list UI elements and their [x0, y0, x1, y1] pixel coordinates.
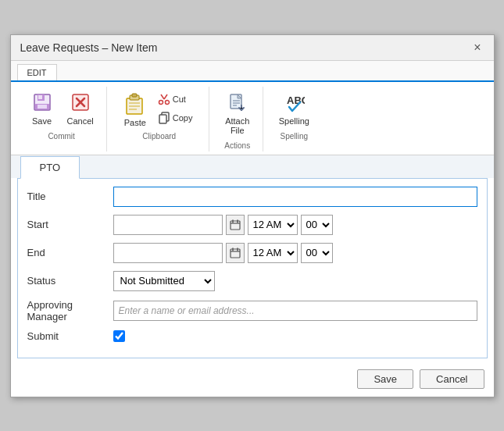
spelling-group-label: Spelling [281, 132, 309, 141]
calendar-icon [230, 248, 241, 258]
calendar-icon [230, 219, 241, 230]
start-hour-select[interactable]: 12 AM1 AM2 AM 3 AM4 AM5 AM 6 AM7 AM8 AM … [248, 215, 298, 235]
end-row: End 12 AM1 AM2 AM 3 AM12 PM [27, 243, 477, 263]
start-minute-select[interactable]: 00153045 [301, 215, 333, 235]
footer-cancel-button[interactable]: Cancel [420, 369, 484, 389]
ribbon-group-actions: Attach File Actions [213, 87, 263, 151]
start-label: Start [27, 219, 113, 230]
title-label: Title [27, 191, 113, 202]
attach-file-icon [225, 90, 250, 115]
ribbon-group-clipboard: Paste [110, 87, 209, 151]
cut-copy-stack: Cut Copy [154, 91, 201, 126]
svg-rect-13 [129, 109, 137, 110]
close-button[interactable]: × [470, 41, 484, 54]
start-date-input[interactable] [113, 215, 223, 235]
ribbon-tab-edit[interactable]: EDIT [17, 64, 57, 80]
cut-button[interactable]: Cut [154, 91, 201, 108]
paste-icon [123, 90, 148, 118]
status-row: Status Not Submitted Submitted Approved … [27, 271, 477, 291]
commit-buttons: Save Cancel [25, 87, 98, 129]
ribbon: EDIT [11, 61, 494, 155]
dialog-footer: Save Cancel [11, 365, 494, 397]
spelling-button[interactable]: ABC Spelling [274, 87, 314, 129]
end-minute-select[interactable]: 00153045 [301, 243, 333, 263]
status-label: Status [27, 275, 113, 287]
attach-file-button[interactable]: Attach File [220, 87, 255, 138]
end-label: End [27, 247, 113, 258]
copy-label: Copy [173, 113, 193, 123]
start-row: Start 12 AM1 AM2 AM 3 AM4 AM5 AM [27, 215, 477, 235]
ribbon-cancel-button[interactable]: Cancel [63, 87, 98, 129]
save-icon [30, 90, 55, 115]
attach-file-label: Attach File [225, 116, 249, 135]
ribbon-content: Save Cancel Commit [11, 80, 494, 155]
svg-line-17 [164, 94, 167, 99]
commit-group-label: Commit [48, 132, 74, 141]
ribbon-group-commit: Save Cancel Commit [17, 87, 107, 151]
svg-point-15 [165, 100, 169, 104]
svg-rect-19 [159, 115, 166, 123]
approving-manager-row: Approving Manager [27, 299, 477, 322]
spelling-icon: ABC [281, 90, 306, 115]
title-row: Title [27, 187, 477, 207]
svg-rect-4 [38, 105, 47, 109]
end-hour-select[interactable]: 12 AM1 AM2 AM 3 AM12 PM [248, 243, 298, 263]
actions-buttons: Attach File [220, 87, 255, 138]
form-area: PTO Title Start [11, 155, 494, 365]
form-tab-pto[interactable]: PTO [20, 156, 80, 179]
start-date-row: 12 AM1 AM2 AM 3 AM4 AM5 AM 6 AM7 AM8 AM … [113, 215, 333, 235]
end-date-input[interactable] [113, 243, 223, 263]
dialog-title: Leave Requests – New Item [20, 41, 158, 54]
svg-text:ABC: ABC [287, 94, 305, 106]
spelling-label: Spelling [279, 116, 309, 126]
svg-rect-2 [38, 95, 42, 99]
approving-manager-input[interactable] [113, 301, 477, 321]
actions-group-label: Actions [224, 141, 250, 150]
clipboard-group-label: Clipboard [142, 132, 176, 141]
form-inner: Title Start [17, 178, 488, 358]
copy-button[interactable]: Copy [154, 109, 201, 126]
cancel-label: Cancel [67, 116, 94, 126]
svg-rect-30 [231, 249, 240, 258]
approving-manager-label: Approving Manager [27, 299, 113, 322]
svg-point-14 [159, 100, 163, 104]
form-tab-bar: PTO [11, 155, 494, 178]
svg-rect-12 [129, 105, 140, 107]
save-label: Save [32, 116, 52, 126]
end-date-row: 12 AM1 AM2 AM 3 AM12 PM 00153045 [113, 243, 333, 263]
cancel-icon [68, 90, 93, 115]
submit-row: Submit [27, 330, 477, 342]
cut-icon [158, 93, 170, 105]
ribbon-save-button[interactable]: Save [25, 87, 59, 129]
ribbon-group-spelling: ABC Spelling Spelling [266, 87, 322, 151]
svg-rect-11 [129, 102, 140, 104]
start-calendar-button[interactable] [226, 215, 245, 235]
dialog-titlebar: Leave Requests – New Item × [11, 35, 494, 61]
paste-button[interactable]: Paste [118, 87, 152, 130]
footer-save-button[interactable]: Save [357, 369, 413, 389]
svg-rect-26 [231, 221, 240, 230]
svg-line-16 [161, 94, 164, 99]
submit-checkbox[interactable] [113, 330, 125, 342]
status-select[interactable]: Not Submitted Submitted Approved Denied [113, 271, 215, 291]
paste-label: Paste [124, 118, 146, 127]
title-input[interactable] [113, 187, 477, 207]
spelling-buttons: ABC Spelling [274, 87, 314, 129]
svg-rect-10 [132, 94, 137, 97]
copy-icon [158, 112, 170, 124]
cut-label: Cut [173, 94, 186, 104]
submit-label: Submit [27, 330, 113, 342]
end-calendar-button[interactable] [226, 243, 245, 263]
ribbon-tab-bar: EDIT [11, 61, 494, 80]
leave-request-dialog: Leave Requests – New Item × EDIT [10, 34, 495, 397]
clipboard-buttons: Paste [118, 87, 201, 130]
